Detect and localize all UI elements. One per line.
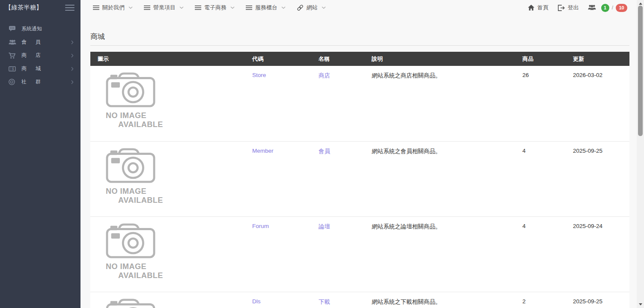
mall-icon: $ bbox=[9, 66, 17, 72]
camera-icon bbox=[106, 223, 155, 258]
row-updated-date: 2025-09-25 bbox=[573, 298, 602, 305]
chevron-right-icon bbox=[71, 67, 74, 71]
sidebar-item-label: 商城 bbox=[21, 65, 50, 72]
row-products-count: 2 bbox=[522, 298, 526, 305]
row-description: 網站系統之商店相關商品。 bbox=[372, 72, 441, 79]
navbar-right-group: 首頁 登出 1 / 10 bbox=[528, 4, 627, 12]
row-code-link[interactable]: Forum bbox=[252, 223, 269, 229]
chevron-down-icon bbox=[230, 6, 235, 9]
home-button[interactable]: 首頁 bbox=[528, 4, 549, 12]
brand-title[interactable]: 【綠茶半糖】 bbox=[5, 4, 42, 12]
sidebar-item-label: 社群 bbox=[21, 78, 50, 86]
nav-menu-label: 網站 bbox=[307, 4, 318, 12]
nav-menu-label: 服務櫃台 bbox=[255, 4, 277, 12]
sidebar-item-label: 商店 bbox=[21, 52, 50, 59]
page-content: 商城 圖示 代碼 名稱 說明 商品 更新 bbox=[80, 32, 637, 308]
sidebar-item-notifications[interactable]: 系統通知 bbox=[0, 22, 80, 36]
row-name-link[interactable]: 論壇 bbox=[319, 223, 330, 230]
vertical-scrollbar bbox=[637, 0, 644, 308]
no-image-text: NO IMAGE AVAILABLE bbox=[106, 187, 157, 205]
row-description: 網站系統之會員相關商品。 bbox=[372, 148, 441, 154]
chevron-right-icon bbox=[71, 80, 74, 84]
menu-icon bbox=[195, 5, 201, 10]
row-code-link[interactable]: Store bbox=[252, 72, 266, 78]
menu-icon bbox=[144, 5, 150, 10]
row-name-link[interactable]: 會員 bbox=[319, 148, 330, 154]
chevron-right-icon bbox=[71, 53, 74, 58]
sidebar-item-members[interactable]: 會員 bbox=[0, 36, 80, 49]
column-header-products: 商品 bbox=[522, 52, 573, 66]
community-icon bbox=[9, 79, 17, 85]
sidebar-item-label: 系統通知 bbox=[21, 25, 42, 33]
home-icon bbox=[528, 5, 534, 11]
sidebar-item-mall[interactable]: $ 商城 bbox=[0, 62, 80, 75]
column-header-icon: 圖示 bbox=[90, 52, 252, 66]
row-code-link[interactable]: Dls bbox=[252, 298, 261, 305]
chevron-down-icon bbox=[179, 6, 184, 9]
row-products-count: 4 bbox=[522, 223, 526, 229]
nav-menu-label: 電子商務 bbox=[204, 4, 227, 12]
row-description: 網站系統之論壇相關商品。 bbox=[372, 223, 441, 230]
online-members-badge[interactable]: 1 bbox=[601, 4, 609, 12]
top-navbar: 關於我們 營業項目 電子商務 服務櫃台 網站 首頁 bbox=[80, 0, 637, 15]
logout-button[interactable]: 登出 bbox=[558, 4, 579, 12]
sidebar-item-label: 會員 bbox=[21, 38, 50, 46]
column-header-updated: 更新 bbox=[573, 52, 629, 66]
column-header-name: 名稱 bbox=[319, 52, 372, 66]
table-row: NO IMAGE AVAILABLE Forum 論壇 網站系統之論壇相關商品。… bbox=[90, 216, 629, 292]
chevron-down-icon bbox=[322, 6, 326, 9]
row-name-link[interactable]: 商店 bbox=[319, 72, 330, 79]
no-image-placeholder: NO IMAGE AVAILABLE bbox=[106, 298, 157, 308]
chevron-down-icon bbox=[281, 6, 286, 9]
row-products-count: 26 bbox=[522, 72, 529, 78]
nav-menu-about[interactable]: 關於我們 bbox=[93, 4, 133, 12]
row-code-link[interactable]: Member bbox=[252, 148, 274, 154]
no-image-placeholder: NO IMAGE AVAILABLE bbox=[106, 72, 157, 129]
table-header-row: 圖示 代碼 名稱 說明 商品 更新 bbox=[90, 52, 629, 66]
main-area: 關於我們 營業項目 電子商務 服務櫃台 網站 首頁 bbox=[80, 0, 637, 308]
row-name-link[interactable]: 下載 bbox=[319, 299, 330, 305]
svg-text:$: $ bbox=[12, 67, 14, 71]
column-header-description: 說明 bbox=[372, 52, 522, 66]
no-image-placeholder: NO IMAGE AVAILABLE bbox=[106, 148, 157, 205]
row-products-count: 4 bbox=[522, 148, 526, 154]
nav-menu-website[interactable]: 網站 bbox=[297, 4, 326, 12]
logout-label: 登出 bbox=[568, 4, 579, 12]
nav-menu-label: 關於我們 bbox=[102, 4, 125, 12]
page-title: 商城 bbox=[90, 32, 629, 46]
sidebar-item-store[interactable]: 商店 bbox=[0, 49, 80, 62]
sidebar-collapse-icon[interactable] bbox=[65, 5, 75, 11]
table-row: NO IMAGE AVAILABLE Member 會員 網站系統之會員相關商品… bbox=[90, 141, 629, 216]
chevron-down-icon bbox=[128, 6, 133, 9]
sidebar-item-community[interactable]: 社群 bbox=[0, 75, 80, 89]
online-count-group: 1 / 10 bbox=[601, 4, 627, 12]
users-icon bbox=[9, 39, 17, 45]
sidebar-header: 【綠茶半糖】 bbox=[0, 0, 80, 15]
row-updated-date: 2025-09-25 bbox=[573, 148, 602, 154]
nav-menu-ecommerce[interactable]: 電子商務 bbox=[195, 4, 235, 12]
row-updated-date: 2025-09-24 bbox=[573, 223, 602, 229]
camera-icon bbox=[106, 148, 155, 183]
nav-menu-business[interactable]: 營業項目 bbox=[144, 4, 184, 12]
home-label: 首頁 bbox=[537, 4, 549, 12]
sidebar: 【綠茶半糖】 系統通知 會員 商店 bbox=[0, 0, 80, 308]
online-count-separator: / bbox=[612, 5, 613, 11]
mall-categories-table: 圖示 代碼 名稱 說明 商品 更新 bbox=[90, 52, 629, 308]
logout-icon bbox=[558, 5, 565, 11]
chevron-right-icon bbox=[71, 40, 74, 44]
online-guests-badge[interactable]: 10 bbox=[616, 4, 627, 12]
row-updated-date: 2026-03-02 bbox=[573, 72, 602, 78]
table-row: NO IMAGE AVAILABLE Dls 下載 網站系統之下載相關商品。 2… bbox=[90, 292, 629, 308]
scrollbar-thumb[interactable] bbox=[638, 6, 643, 136]
scrollbar-down-arrow[interactable] bbox=[637, 301, 644, 308]
no-image-placeholder: NO IMAGE AVAILABLE bbox=[106, 223, 157, 280]
link-icon bbox=[297, 4, 304, 11]
nav-menu-label: 營業項目 bbox=[153, 4, 176, 12]
no-image-text: NO IMAGE AVAILABLE bbox=[106, 111, 157, 129]
no-image-text: NO IMAGE AVAILABLE bbox=[106, 262, 157, 280]
menu-icon bbox=[93, 5, 99, 10]
online-users-icon bbox=[588, 4, 596, 12]
nav-menu-service[interactable]: 服務櫃台 bbox=[246, 4, 286, 12]
camera-icon bbox=[106, 72, 155, 107]
comment-icon bbox=[9, 26, 17, 32]
